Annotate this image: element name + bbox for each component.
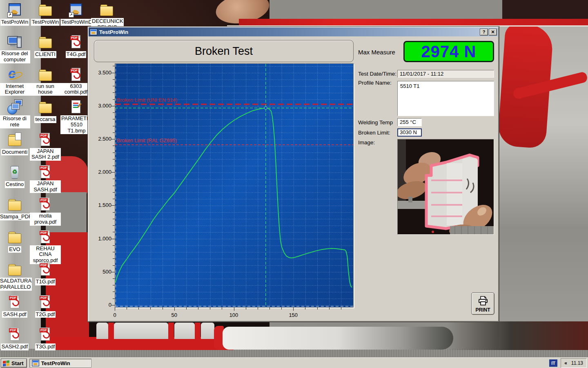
y-axis-label: 2.000 — [92, 169, 111, 175]
desktop-icon-label: T2G.pdf — [35, 311, 56, 318]
desktop-icon-risorse-del-computer[interactable]: Risorse del computer — [0, 35, 30, 63]
y-axis-tick — [113, 265, 115, 266]
y-axis-label: 2.500 — [92, 136, 111, 142]
chart-svg: Broken Limit (UNI EN 514)Broken Limit (R… — [115, 64, 353, 307]
window-titlebar[interactable]: TestProWin ? ✕ — [89, 27, 498, 36]
y-axis-label: 500 — [92, 269, 111, 275]
desktop-icon-cestino[interactable]: ♻Cestino — [0, 165, 30, 188]
desktop-icon-label: SALDATURA PARALLELO — [0, 278, 32, 290]
pdf-icon: PDF — [38, 295, 53, 310]
taskbar: Start TestProWin IT « 11.13 — [0, 357, 588, 368]
x-axis-tick — [210, 307, 210, 310]
chart-plot[interactable]: Broken Limit (UNI EN 514)Broken Limit (R… — [115, 63, 354, 307]
y-axis-tick — [113, 219, 115, 219]
recycle-bin-icon: ♻ — [7, 165, 22, 180]
y-axis-tick — [113, 252, 115, 252]
taskbar-task-testprowin[interactable]: TestProWin — [29, 359, 91, 368]
window-title: TestProWin — [99, 29, 128, 35]
shortcut-arrow-icon: ➚ — [7, 12, 13, 18]
language-indicator[interactable]: IT — [549, 359, 557, 367]
y-axis-tick — [113, 245, 115, 246]
desktop-icon-run-sun-house[interactable]: run sun house — [30, 67, 61, 96]
y-axis-tick — [113, 278, 115, 279]
x-axis-tick — [222, 307, 222, 310]
desktop-icon-t1g-pdf[interactable]: PDFT1G.pdf — [30, 262, 61, 285]
desktop-icon-molla-prova-pdf[interactable]: PDFmolla prova.pdf — [30, 197, 61, 225]
y-axis-tick — [111, 239, 115, 239]
desktop-icon-t4g-pdf[interactable]: PDFT4G.pdf — [60, 35, 91, 58]
print-button[interactable]: PRINT — [471, 292, 494, 315]
desktop-icon-clienti[interactable]: CLIENTI — [30, 35, 61, 58]
pdf-icon: PDF — [38, 230, 53, 245]
x-axis-tick — [150, 307, 151, 310]
desktop-icon-sash-pdf[interactable]: PDFSASH.pdf — [0, 295, 30, 318]
desktop-icon-label: REHAU CINA sporco.pdf — [30, 245, 61, 264]
tray-collapse-chevron[interactable]: « — [564, 360, 567, 366]
desktop-icon-t3g-pdf[interactable]: PDFT3G.pdf — [30, 327, 61, 350]
x-axis-tick — [198, 307, 198, 310]
desktop-icon-evo[interactable]: EVO — [0, 230, 30, 253]
desktop-icon-teccarsa[interactable]: teccarsa — [30, 100, 61, 123]
y-axis-tick — [113, 86, 115, 86]
folder-icon — [99, 2, 114, 17]
y-axis-tick — [113, 232, 115, 232]
desktop-icon-parametri-5510-t1-bmp[interactable]: PARAMETRI 5510 T1.bmp — [60, 100, 91, 134]
desktop-icon-japan-sash-pdf[interactable]: PDFJAPAN SASH.pdf — [30, 165, 61, 193]
test-datetime-field[interactable]: 11/01/2017 - 11:12 — [397, 70, 494, 78]
y-axis-label: 3.000 — [92, 103, 111, 109]
y-axis-tick — [113, 298, 115, 299]
y-axis-tick — [113, 146, 115, 146]
pdf-icon: PDF — [68, 35, 84, 49]
desktop-icon-label: Internet Explorer — [0, 83, 30, 96]
help-button[interactable]: ? — [480, 29, 488, 36]
desktop-icon-label: SASH2.pdf — [1, 343, 29, 350]
desktop-icon-japan-sash-2-pdf[interactable]: PDFJAPAN SASH 2.pdf — [30, 132, 61, 161]
desktop-icon-internet-explorer[interactable]: eInternet Explorer — [0, 67, 30, 96]
desktop-icon-6303-combi-pdf[interactable]: PDF6303 combi.pdf — [60, 67, 91, 96]
welding-temp-field[interactable]: 255 °C — [397, 118, 422, 126]
my-computer-icon — [7, 35, 22, 49]
x-axis-tick — [115, 307, 115, 311]
testprowin-window: TestProWin ? ✕ Broken Test Broken Limit … — [88, 27, 499, 322]
y-axis-tick — [113, 258, 115, 259]
x-axis-tick — [281, 307, 282, 310]
desktop-icon-sash2-pdf[interactable]: PDFSASH2.pdf — [0, 327, 30, 350]
desktop-icon-testprowindb[interactable]: ➚TestProWinDB — [60, 2, 91, 26]
x-axis-tick — [293, 307, 294, 311]
x-axis-tick — [270, 307, 270, 310]
image-label: Image: — [358, 139, 375, 146]
desktop-icon-saldatura-parallelo[interactable]: SALDATURA PARALLELO — [0, 262, 30, 290]
limit-line-label-0: Broken Limit (UNI EN 514) — [117, 97, 177, 103]
y-axis-tick — [111, 272, 115, 272]
max-measure-label: Max Measure — [358, 49, 395, 56]
desktop-icon-stampa-pdf[interactable]: Stampa_PDF — [0, 197, 30, 220]
desktop-icon-rehau-cina-sporco-pdf[interactable]: PDFREHAU CINA sporco.pdf — [30, 230, 61, 264]
broken-limit-field[interactable]: 3030 N — [397, 128, 422, 137]
pdf-icon: PDF — [38, 197, 53, 212]
y-axis-tick — [113, 66, 115, 66]
desktop-icon-risorse-di-rete[interactable]: Risorse di rete — [0, 100, 30, 128]
y-axis-tick — [113, 126, 115, 126]
desktop-icon-label: Risorse di rete — [0, 115, 30, 128]
start-button[interactable]: Start — [1, 359, 27, 368]
shortcut-arrow-icon: ➚ — [69, 12, 74, 18]
desktop-icon-label: CLIENTI — [34, 51, 56, 58]
chart: Broken Limit (UNI EN 514)Broken Limit (R… — [89, 36, 358, 323]
desktop-icon-t2g-pdf[interactable]: PDFT2G.pdf — [30, 295, 61, 318]
y-axis-tick — [111, 73, 115, 73]
testprowin-app-icon: ➚ — [68, 2, 84, 17]
y-axis-tick — [113, 179, 115, 179]
profile-name-field[interactable]: 5510 T1 — [397, 81, 494, 116]
x-axis-tick — [329, 307, 330, 310]
desktop-icon-label: 6303 combi.pdf — [60, 83, 91, 96]
desktop-icon-documenti[interactable]: Documenti — [0, 132, 30, 156]
x-axis-label: 50 — [166, 312, 183, 318]
desktop-icon-label: JAPAN SASH.pdf — [30, 180, 61, 193]
close-button[interactable]: ✕ — [489, 29, 497, 36]
desktop-icon-testprowin[interactable]: TestProWin — [30, 2, 61, 26]
y-axis-tick — [113, 119, 115, 119]
desktop-icon-label: Cestino — [5, 181, 24, 188]
desktop-icon-label: teccarsa — [34, 116, 56, 123]
x-axis-tick — [127, 307, 127, 310]
desktop-icon-testprowin[interactable]: ➚TestProWin — [0, 2, 30, 26]
